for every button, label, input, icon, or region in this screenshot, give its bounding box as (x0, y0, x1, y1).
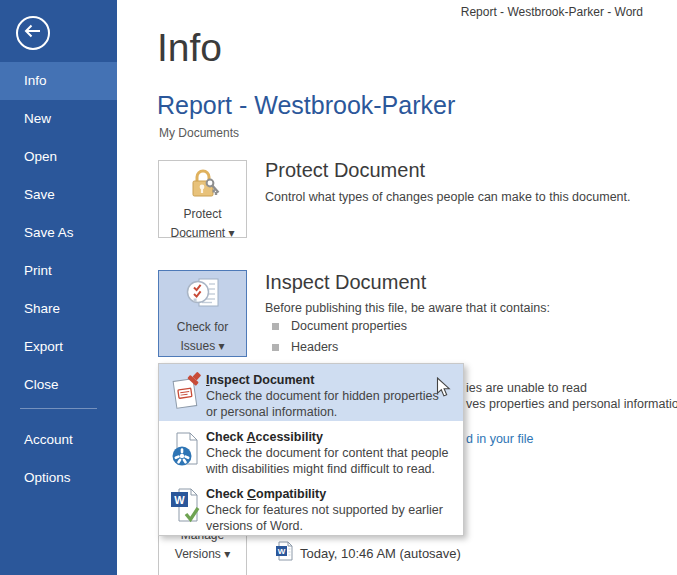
menu-item-title: Inspect Document (206, 373, 314, 387)
backstage-sidebar: Info New Open Save Save As Print Share E… (0, 0, 117, 575)
document-title: Report - Westbrook-Parker (157, 91, 455, 120)
menu-item-description-line1: Check the document for content that peop… (206, 445, 449, 461)
issues-button-label-line2: Issues ▾ (180, 337, 224, 356)
sidebar-item-info[interactable]: Info (0, 62, 117, 100)
menu-item-check-compatibility[interactable]: W Check Compatibility Check for features… (159, 478, 463, 535)
sidebar-item-new[interactable]: New (0, 100, 117, 138)
sidebar-item-print[interactable]: Print (0, 252, 117, 290)
check-for-issues-menu: Inspect Document Check the document for … (158, 363, 464, 536)
sidebar-item-options[interactable]: Options (0, 459, 117, 497)
sidebar-nav: Info New Open Save Save As Print Share E… (0, 62, 117, 497)
check-accessibility-icon (169, 427, 201, 478)
inspect-document-stamp-icon (169, 370, 201, 421)
page-title: Info (157, 26, 222, 70)
svg-text:W: W (278, 547, 286, 556)
check-issues-icon (184, 276, 222, 318)
document-location: My Documents (159, 126, 239, 140)
menu-item-title: Check Accessibility (206, 430, 323, 444)
menu-item-title: Check Compatibility (206, 487, 326, 501)
versions-button-label-line2: Versions ▾ (175, 545, 230, 564)
sidebar-item-save-as[interactable]: Save As (0, 214, 117, 252)
menu-item-description-line2: versions of Word. (206, 518, 443, 534)
sidebar-item-save[interactable]: Save (0, 176, 117, 214)
menu-item-description-line2: or personal information. (206, 404, 439, 420)
occluded-bullet-fragment-1: ies are unable to read (466, 381, 587, 395)
sidebar-item-close[interactable]: Close (0, 366, 117, 404)
svg-text:W: W (174, 494, 185, 506)
protect-document-button[interactable]: Protect Document ▾ (158, 160, 247, 238)
bullet-square-icon (272, 323, 279, 330)
inspect-section-description: Before publishing this file, be aware th… (265, 301, 550, 315)
protect-button-label-line2: Document ▾ (170, 224, 234, 243)
back-arrow-icon (24, 24, 42, 42)
lock-key-icon (185, 167, 221, 205)
window-title: Report - Westbrook-Parker - Word (461, 5, 643, 19)
sidebar-item-open[interactable]: Open (0, 138, 117, 176)
menu-item-check-accessibility[interactable]: Check Accessibility Check the document f… (159, 421, 463, 478)
menu-item-description-line1: Check the document for hidden properties (206, 388, 439, 404)
occluded-bullet-fragment-2: ves properties and personal information (466, 397, 677, 411)
sidebar-divider (20, 408, 97, 409)
word-file-icon: W (275, 541, 293, 565)
occluded-link-fragment[interactable]: d in your file (466, 432, 533, 446)
issues-button-label-line1: Check for (177, 318, 228, 337)
version-entry-label: Today, 10:46 AM (autosave) (300, 546, 461, 561)
protect-section-heading: Protect Document (265, 159, 425, 182)
sidebar-item-export[interactable]: Export (0, 328, 117, 366)
menu-item-description-line1: Check for features not supported by earl… (206, 502, 443, 518)
protect-section-description: Control what types of changes people can… (265, 190, 631, 204)
inspect-bullet-headers: Headers (272, 340, 338, 354)
menu-item-inspect-document[interactable]: Inspect Document Check the document for … (159, 364, 463, 421)
backstage-main: Report - Westbrook-Parker - Word Info Re… (117, 0, 677, 575)
sidebar-item-account[interactable]: Account (0, 421, 117, 459)
check-compatibility-icon: W (169, 484, 201, 535)
protect-button-label-line1: Protect (183, 205, 221, 224)
check-for-issues-button[interactable]: Check for Issues ▾ (158, 270, 247, 357)
inspect-section-heading: Inspect Document (265, 271, 426, 294)
version-entry[interactable]: W Today, 10:46 AM (autosave) (275, 541, 461, 565)
bullet-square-icon (272, 344, 279, 351)
menu-item-description-line2: with disabilities might find difficult t… (206, 461, 449, 477)
inspect-bullet-document-properties: Document properties (272, 319, 407, 333)
back-button[interactable] (16, 16, 50, 50)
sidebar-item-share[interactable]: Share (0, 290, 117, 328)
